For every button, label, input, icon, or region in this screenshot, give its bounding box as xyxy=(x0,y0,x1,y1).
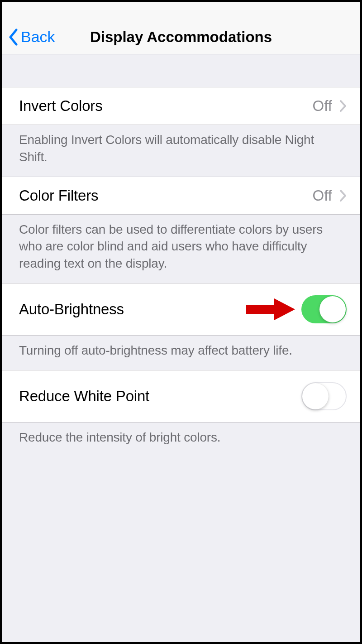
reduce-white-point-toggle[interactable] xyxy=(301,382,347,410)
chevron-right-icon xyxy=(339,189,347,202)
invert-colors-footer: Enabling Invert Colors will automaticall… xyxy=(2,125,360,177)
toggle-knob xyxy=(319,296,346,322)
chevron-left-icon xyxy=(8,29,18,46)
chevron-right-icon xyxy=(339,100,347,112)
invert-colors-row[interactable]: Invert Colors Off xyxy=(2,87,360,125)
reduce-white-point-label: Reduce White Point xyxy=(19,388,149,405)
invert-colors-value: Off xyxy=(313,97,332,115)
svg-marker-0 xyxy=(246,298,295,320)
auto-brightness-footer: Turning off auto-brightness may affect b… xyxy=(2,336,360,370)
navigation-bar: Back Display Accommodations xyxy=(2,2,360,54)
bottom-filler xyxy=(2,457,360,642)
color-filters-value: Off xyxy=(313,187,332,204)
page-title: Display Accommodations xyxy=(2,29,360,46)
reduce-white-point-footer: Reduce the intensity of bright colors. xyxy=(2,423,360,457)
color-filters-label: Color Filters xyxy=(19,187,98,204)
invert-colors-label: Invert Colors xyxy=(19,97,102,115)
auto-brightness-toggle[interactable] xyxy=(301,295,347,323)
row-accessory: Off xyxy=(313,97,347,115)
toggle-knob xyxy=(302,383,329,409)
auto-brightness-row: Auto-Brightness xyxy=(2,283,360,336)
section-spacer xyxy=(2,54,360,87)
reduce-white-point-row: Reduce White Point xyxy=(2,370,360,423)
back-button[interactable]: Back xyxy=(2,28,55,46)
settings-screen: Back Display Accommodations Invert Color… xyxy=(2,2,360,642)
color-filters-footer: Color filters can be used to differentia… xyxy=(2,215,360,283)
back-label: Back xyxy=(21,28,55,46)
color-filters-row[interactable]: Color Filters Off xyxy=(2,177,360,215)
row-accessory: Off xyxy=(313,187,347,204)
auto-brightness-label: Auto-Brightness xyxy=(19,301,124,318)
annotation-arrow-icon xyxy=(246,297,296,322)
